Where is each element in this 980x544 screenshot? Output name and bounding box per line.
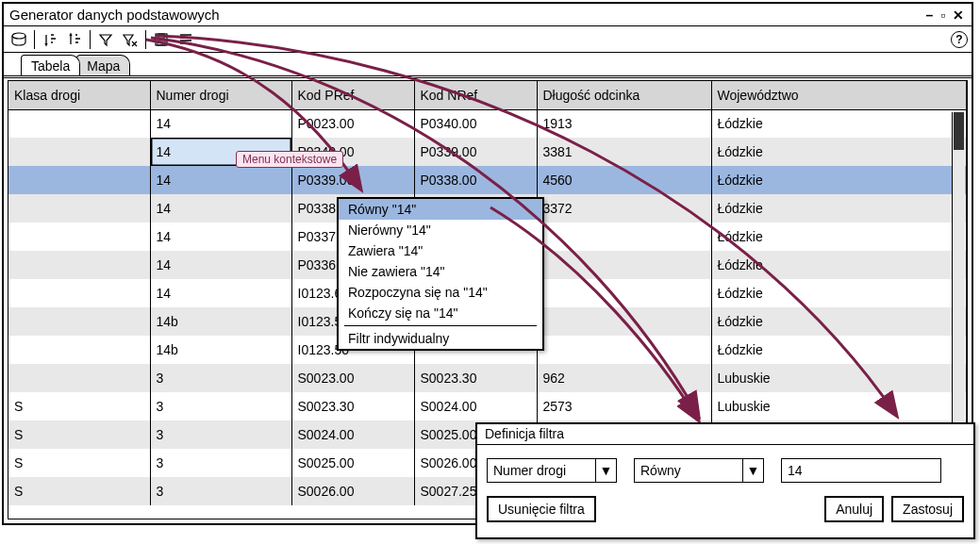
table-cell[interactable]	[537, 251, 711, 279]
table-cell[interactable]: 962	[537, 364, 711, 392]
table-cell[interactable]: S0023.30	[291, 392, 414, 420]
table-cell[interactable]	[537, 307, 711, 336]
table-cell[interactable]	[537, 223, 711, 251]
table-cell[interactable]: P0339.00	[414, 138, 537, 166]
table-cell[interactable]: 3	[150, 477, 291, 505]
context-menu-item[interactable]: Zawiera "14"	[339, 240, 542, 261]
column-header[interactable]: Numer drogi	[150, 81, 291, 109]
table-cell[interactable]: S0024.00	[414, 392, 537, 420]
table-cell[interactable]	[8, 279, 150, 307]
table-cell[interactable]: S0023.30	[414, 364, 537, 392]
table-cell[interactable]: S0026.00	[291, 477, 414, 505]
table-cell[interactable]: P0338.00	[414, 166, 537, 194]
table-cell[interactable]	[537, 279, 711, 307]
context-menu-item[interactable]: Nie zawiera "14"	[339, 261, 542, 282]
context-menu-item[interactable]: Nierówny "14"	[339, 220, 542, 240]
table-cell[interactable]: 14b	[150, 307, 291, 336]
table-row[interactable]: 3S0023.00S0023.30962Lubuskie	[8, 364, 967, 392]
table-cell[interactable]	[8, 223, 150, 251]
svg-rect-2	[158, 34, 164, 39]
table-cell[interactable]: 1913	[537, 109, 711, 138]
remove-filter-button[interactable]: Usunięcie filtra	[487, 496, 596, 522]
table-cell[interactable]: 14	[150, 279, 291, 307]
column-header[interactable]: Kod PRef	[291, 81, 414, 109]
table-cell[interactable]: Łódzkie	[711, 194, 967, 223]
database-icon[interactable]	[8, 29, 30, 50]
table-row[interactable]: 14P0340.00P0339.003381Łódzkie	[8, 138, 967, 166]
table-cell[interactable]: 14	[150, 251, 291, 279]
table-cell[interactable]: S	[8, 420, 150, 449]
table-cell[interactable]	[8, 138, 150, 166]
table-row[interactable]: 14P0023.00P0340.001913Łódzkie	[8, 109, 967, 138]
table-cell[interactable]	[537, 336, 711, 364]
table-cell[interactable]	[8, 307, 150, 336]
context-menu-item[interactable]: Równy "14"	[339, 199, 542, 220]
sort-asc-icon[interactable]	[39, 29, 61, 50]
table-cell[interactable]: Łódzkie	[711, 336, 967, 364]
table-cell[interactable]: P0339.00	[291, 166, 414, 194]
table-cell[interactable]: 3	[150, 392, 291, 420]
table-cell[interactable]	[8, 109, 150, 138]
table-cell[interactable]: P0023.00	[291, 109, 414, 138]
tab-mapa[interactable]: Mapa	[76, 55, 130, 75]
table-cell[interactable]: S	[8, 449, 150, 477]
table-cell[interactable]: Łódzkie	[711, 279, 967, 307]
save-icon[interactable]	[150, 29, 173, 50]
tab-tabela[interactable]: Tabela	[21, 55, 80, 75]
table-cell[interactable]: S0024.00	[291, 420, 414, 449]
table-cell[interactable]: 3381	[537, 138, 711, 166]
table-cell[interactable]: 2573	[537, 392, 711, 420]
dialog-title: Definicja filtra	[477, 424, 973, 445]
column-header[interactable]: Długość odcinka	[537, 81, 711, 109]
list-icon[interactable]	[174, 29, 197, 50]
table-cell[interactable]: 14	[150, 194, 291, 223]
context-menu-item[interactable]: Filtr indywidualny	[339, 328, 542, 349]
table-cell[interactable]	[8, 336, 150, 364]
table-cell[interactable]	[8, 194, 150, 223]
table-cell[interactable]: S0023.00	[291, 364, 414, 392]
table-cell[interactable]: Łódzkie	[711, 166, 967, 194]
table-cell[interactable]: 14	[150, 109, 291, 138]
filter-value-input[interactable]: 14	[781, 458, 941, 483]
table-row[interactable]: 14P0339.00P0338.004560Łódzkie	[8, 166, 967, 194]
table-cell[interactable]: 3	[150, 449, 291, 477]
help-icon[interactable]: ?	[951, 31, 968, 48]
column-header[interactable]: Województwo	[711, 81, 967, 109]
filter-field-combo[interactable]: Numer drogi ▼	[487, 458, 617, 483]
table-cell[interactable]: Lubuskie	[711, 364, 967, 392]
funnel-icon[interactable]	[94, 29, 117, 50]
table-cell[interactable]: 14	[150, 223, 291, 251]
table-row[interactable]: S3S0023.30S0024.002573Lubuskie	[8, 392, 967, 420]
table-cell[interactable]: Łódzkie	[711, 251, 967, 279]
table-cell[interactable]: 14b	[150, 336, 291, 364]
table-cell[interactable]: Łódzkie	[711, 109, 967, 138]
table-cell[interactable]: S	[8, 392, 150, 420]
apply-button[interactable]: Zastosuj	[891, 496, 964, 522]
filter-operator-combo[interactable]: Równy ▼	[634, 458, 764, 483]
context-menu-item[interactable]: Rozpoczyna się na "14"	[339, 282, 542, 303]
table-cell[interactable]: S	[8, 477, 150, 505]
table-cell[interactable]: Łódzkie	[711, 307, 967, 336]
table-cell[interactable]: Łódzkie	[711, 223, 967, 251]
window-controls[interactable]: – ▫ ✕	[925, 8, 966, 23]
svg-rect-3	[158, 41, 165, 45]
table-cell[interactable]: Lubuskie	[711, 392, 967, 420]
table-cell[interactable]: P0340.00	[414, 109, 537, 138]
table-cell[interactable]: 3	[150, 364, 291, 392]
table-cell[interactable]: Łódzkie	[711, 138, 967, 166]
table-cell[interactable]	[8, 364, 150, 392]
scroll-thumb[interactable]	[954, 112, 964, 150]
table-cell[interactable]: 14	[150, 166, 291, 194]
context-menu-item[interactable]: Kończy się na "14"	[339, 303, 542, 323]
column-header[interactable]: Kod NRef	[414, 81, 537, 109]
table-cell[interactable]: 3	[150, 420, 291, 449]
table-cell[interactable]	[8, 251, 150, 279]
table-cell[interactable]	[8, 166, 150, 194]
column-header[interactable]: Klasa drogi	[8, 81, 150, 109]
table-cell[interactable]: 4560	[537, 166, 711, 194]
cancel-button[interactable]: Anuluj	[824, 496, 884, 522]
table-cell[interactable]: S0025.00	[291, 449, 414, 477]
table-cell[interactable]: 3372	[537, 194, 711, 223]
sort-desc-icon[interactable]	[63, 29, 86, 50]
funnel-clear-icon[interactable]	[119, 29, 141, 50]
